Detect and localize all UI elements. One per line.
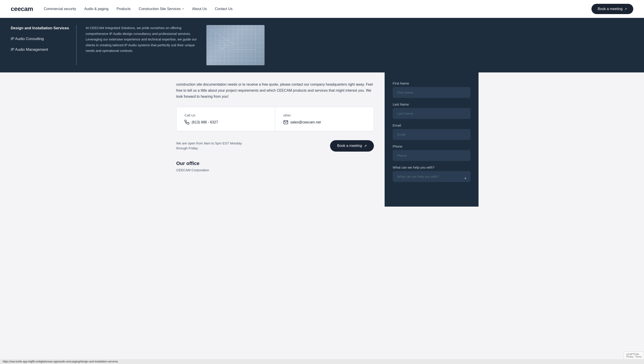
contact-intro: construction site documentation needs or… [176, 82, 374, 100]
call-label: Call Us [184, 113, 267, 117]
email-section: other sales@ceecam.net [275, 107, 374, 131]
logo[interactable]: ceecam [11, 5, 33, 12]
left-panel: construction site documentation needs or… [166, 72, 384, 206]
email-field-group: Email [393, 124, 470, 144]
help-select-wrapper: What can we help you with? ▼ [393, 171, 470, 186]
first-name-label: First Name [393, 82, 470, 85]
last-name-input[interactable] [393, 108, 470, 119]
page-layout: construction site documentation needs or… [166, 72, 478, 206]
external-link-icon: ↗ [182, 8, 184, 10]
hours-cta: We are open from 9am to 5pm EST Monday t… [176, 140, 374, 152]
dropdown-panel: Design and Installation Services IP Audi… [0, 18, 644, 72]
office-name: CEECAM Corporation [176, 168, 374, 172]
dropdown-item-consulting[interactable]: IP Audio Consulting [11, 36, 69, 42]
contact-box: Call Us (613) 686 - 6327 other sales@cee… [176, 107, 374, 131]
phone-icon [184, 120, 190, 125]
navbar: ceecam Commercial security Audio & pagin… [0, 0, 644, 18]
nav-construction[interactable]: Construction Site Services ↗ [139, 7, 184, 11]
first-name-input[interactable] [393, 87, 470, 98]
dropdown-left-menu: Design and Installation Services IP Audi… [11, 25, 77, 65]
email-icon [283, 120, 288, 125]
dropdown-image [206, 25, 264, 65]
book-arrow-icon: ↗ [364, 144, 367, 148]
nav-audio-paging[interactable]: Audio & paging [84, 7, 109, 11]
email-address: sales@ceecam.net [290, 120, 321, 124]
nav-links: Commercial security Audio & paging Produ… [44, 7, 592, 11]
book-meeting-nav-button[interactable]: Book a meeting ↗ [592, 4, 633, 14]
other-label: other [283, 113, 366, 117]
url-bar: https://sea-turtle-app-4aj88.ondigitaloc… [0, 359, 644, 364]
help-label: What can we help you with? [393, 166, 470, 169]
book-meeting-button[interactable]: Book a meeting ↗ [330, 140, 374, 152]
call-us-section: Call Us (613) 686 - 6327 [176, 107, 275, 131]
nav-products[interactable]: Products [116, 7, 130, 11]
our-office: Our office CEECAM Corporation [176, 160, 374, 172]
email-input[interactable] [393, 129, 470, 140]
help-field-group: What can we help you with? What can we h… [393, 166, 470, 186]
nav-commercial-security[interactable]: Commercial security [44, 7, 76, 11]
our-office-label: Our office [176, 160, 374, 166]
dropdown-item-management[interactable]: IP Audio Management [11, 46, 69, 53]
phone-input[interactable] [393, 150, 470, 161]
help-select[interactable]: What can we help you with? [393, 171, 470, 182]
dropdown-description: At CEECAM Integrated Solutions, we pride… [86, 25, 198, 65]
last-name-field-group: Last Name [393, 102, 470, 124]
dropdown-item-design[interactable]: Design and Installation Services [11, 25, 69, 31]
recaptcha-badge: reCAPTCHA Privacy - Terms [624, 352, 644, 360]
nav-contact[interactable]: Contact Us [215, 7, 232, 11]
hours-text: We are open from 9am to 5pm EST Monday t… [176, 141, 252, 151]
email-label: Email [393, 124, 470, 127]
phone-label: Phone [393, 144, 470, 148]
blueprint-svg [206, 25, 264, 65]
last-name-label: Last Name [393, 102, 470, 106]
phone-field-group: Phone [393, 144, 470, 166]
arrow-icon: ↗ [624, 7, 627, 11]
first-name-field-group: First Name [393, 82, 470, 102]
phone-number: (613) 686 - 6327 [192, 120, 218, 124]
email-detail: sales@ceecam.net [283, 120, 366, 125]
nav-about[interactable]: About Us [192, 7, 207, 11]
contact-form-panel: First Name Last Name Email Phone What ca… [384, 72, 478, 206]
phone-detail: (613) 686 - 6327 [184, 120, 267, 125]
